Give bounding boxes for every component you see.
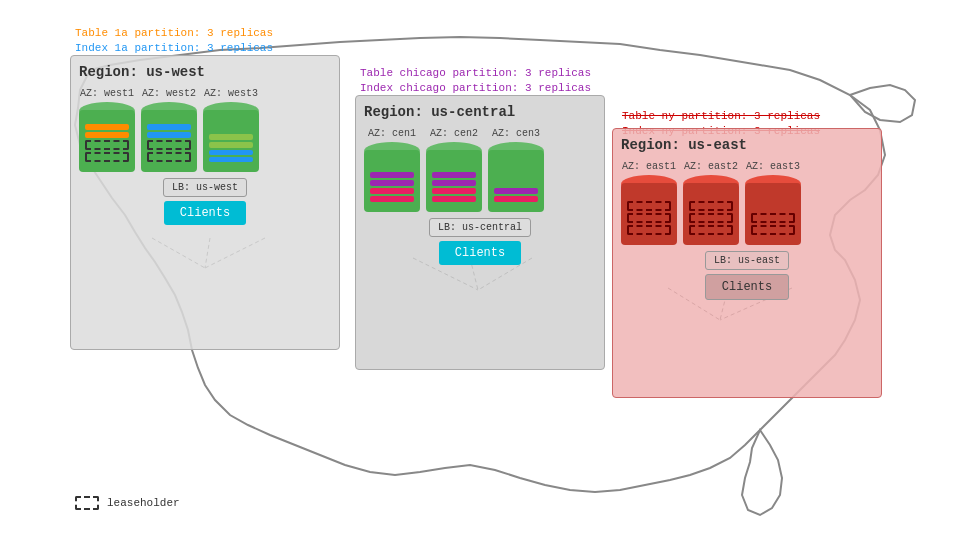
region-west: Region: us-west AZ: west1 AZ: west2 bbox=[70, 55, 340, 350]
region-east: Region: us-east AZ: east1 AZ: east2 bbox=[612, 128, 882, 398]
leaseholder2-e2 bbox=[689, 213, 733, 223]
leaseholder-stripe-w2 bbox=[147, 140, 191, 150]
stripe-purple-c2 bbox=[432, 172, 476, 178]
leaseholder3-e2 bbox=[689, 225, 733, 235]
leaseholder-e3 bbox=[751, 213, 795, 223]
leaseholder-stripe2-w1 bbox=[85, 152, 129, 162]
az-cen1-label: AZ: cen1 bbox=[368, 128, 416, 139]
cylinder-east2 bbox=[683, 175, 739, 245]
region-west-label: Region: us-west bbox=[79, 64, 331, 80]
lb-west-area: LB: us-west Clients bbox=[79, 178, 331, 225]
az-west2-label: AZ: west2 bbox=[142, 88, 196, 99]
stripe-green-w3 bbox=[209, 134, 253, 140]
az-west3: AZ: west3 bbox=[203, 88, 259, 172]
legend: leaseholder bbox=[75, 496, 180, 510]
az-row-west: AZ: west1 AZ: west2 bbox=[79, 88, 331, 172]
clients-west-button[interactable]: Clients bbox=[164, 201, 246, 225]
az-cen1: AZ: cen1 bbox=[364, 128, 420, 212]
lb-east-area: LB: us-east Clients bbox=[621, 251, 873, 300]
lb-west: LB: us-west bbox=[163, 178, 247, 197]
stripe-magenta-c3 bbox=[494, 196, 538, 202]
az-west1-label: AZ: west1 bbox=[80, 88, 134, 99]
cylinder-west2 bbox=[141, 102, 197, 172]
stripe-purple-c3 bbox=[494, 188, 538, 194]
lb-central: LB: us-central bbox=[429, 218, 531, 237]
cylinder-west1 bbox=[79, 102, 135, 172]
az-west2: AZ: west2 bbox=[141, 88, 197, 172]
lb-central-area: LB: us-central Clients bbox=[364, 218, 596, 265]
leaseholder2-e3 bbox=[751, 225, 795, 235]
leaseholder-stripe-w1 bbox=[85, 140, 129, 150]
stripe-blue2-w3 bbox=[209, 157, 253, 162]
stripe-purple2-c2 bbox=[432, 180, 476, 186]
az-east2: AZ: east2 bbox=[683, 161, 739, 245]
az-east1-label: AZ: east1 bbox=[622, 161, 676, 172]
az-cen2: AZ: cen2 bbox=[426, 128, 482, 212]
cylinder-east3 bbox=[745, 175, 801, 245]
stripe-magenta2-c2 bbox=[432, 196, 476, 202]
leaseholder-legend-label: leaseholder bbox=[107, 497, 180, 509]
leaseholder2-e1 bbox=[627, 213, 671, 223]
az-row-east: AZ: east1 AZ: east2 bbox=[621, 161, 873, 245]
az-cen2-label: AZ: cen2 bbox=[430, 128, 478, 139]
region-central: Region: us-central AZ: cen1 AZ: cen2 bbox=[355, 95, 605, 370]
az-east3-label: AZ: east3 bbox=[746, 161, 800, 172]
az-east3: AZ: east3 bbox=[745, 161, 801, 245]
az-west1: AZ: west1 bbox=[79, 88, 135, 172]
stripe-purple-c1 bbox=[370, 172, 414, 178]
stripe-magenta-c2 bbox=[432, 188, 476, 194]
az-east2-label: AZ: east2 bbox=[684, 161, 738, 172]
stripe-blue-w2 bbox=[147, 124, 191, 130]
stripe-magenta2-c1 bbox=[370, 196, 414, 202]
az-east1: AZ: east1 bbox=[621, 161, 677, 245]
leaseholder-stripe2-w2 bbox=[147, 152, 191, 162]
cylinder-cen2 bbox=[426, 142, 482, 212]
leaseholder-e1 bbox=[627, 201, 671, 211]
cylinder-cen3 bbox=[488, 142, 544, 212]
cylinder-east1 bbox=[621, 175, 677, 245]
stripe-blue-w3 bbox=[209, 150, 253, 155]
az-west3-label: AZ: west3 bbox=[204, 88, 258, 99]
stripe-orange-w1 bbox=[85, 124, 129, 130]
lb-east: LB: us-east bbox=[705, 251, 789, 270]
az-cen3-label: AZ: cen3 bbox=[492, 128, 540, 139]
stripe-green2-w3 bbox=[209, 142, 253, 148]
region-east-label: Region: us-east bbox=[621, 137, 873, 153]
leaseholder-e2 bbox=[689, 201, 733, 211]
stripe-blue2-w2 bbox=[147, 132, 191, 138]
cylinder-west3 bbox=[203, 102, 259, 172]
leaseholder3-e1 bbox=[627, 225, 671, 235]
region-central-label: Region: us-central bbox=[364, 104, 596, 120]
clients-central-button[interactable]: Clients bbox=[439, 241, 521, 265]
clients-east-button[interactable]: Clients bbox=[705, 274, 789, 300]
cylinder-cen1 bbox=[364, 142, 420, 212]
az-cen3: AZ: cen3 bbox=[488, 128, 544, 212]
az-row-central: AZ: cen1 AZ: cen2 bbox=[364, 128, 596, 212]
leaseholder-legend-icon bbox=[75, 496, 99, 510]
stripe-magenta-c1 bbox=[370, 188, 414, 194]
stripe-purple2-c1 bbox=[370, 180, 414, 186]
stripe-orange2-w1 bbox=[85, 132, 129, 138]
